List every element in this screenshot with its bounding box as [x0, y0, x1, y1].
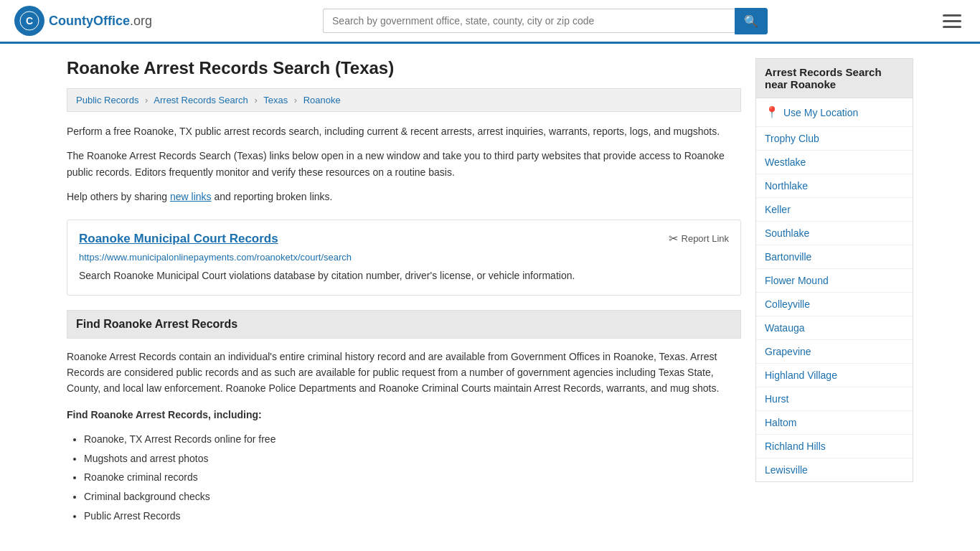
breadcrumb-arrest-records[interactable]: Arrest Records Search	[154, 95, 248, 105]
record-url[interactable]: https://www.municipalonlinepayments.com/…	[79, 252, 729, 263]
report-link-label: Report Link	[682, 233, 729, 244]
sidebar-title: Arrest Records Search near Roanoke	[765, 66, 904, 90]
desc-para-3: Help others by sharing new links and rep…	[67, 189, 741, 204]
search-input[interactable]	[323, 9, 735, 33]
desc-para-1: Perform a free Roanoke, TX public arrest…	[67, 123, 741, 139]
breadcrumb-sep-1: ›	[145, 95, 148, 105]
sidebar-item-westlake: Westlake	[756, 151, 913, 174]
record-title-link[interactable]: Roanoke Municipal Court Records	[79, 232, 278, 246]
logo-area: C CountyOffice.org	[14, 6, 152, 36]
list-item: Roanoke criminal records	[84, 468, 741, 487]
breadcrumb-sep-2: ›	[254, 95, 257, 105]
location-pin-icon: 📍	[765, 105, 779, 119]
breadcrumb-texas[interactable]: Texas	[263, 95, 288, 105]
hamburger-menu-button[interactable]	[938, 10, 966, 32]
sidebar-item-keller: Keller	[756, 198, 913, 222]
find-section-body: Roanoke Arrest Records contain an indivi…	[67, 349, 741, 397]
breadcrumb-public-records[interactable]: Public Records	[76, 95, 138, 105]
search-button[interactable]: 🔍	[735, 8, 768, 34]
find-section-header: Find Roanoke Arrest Records	[67, 310, 741, 339]
sidebar-item-richland-hills: Richland Hills	[756, 435, 913, 458]
breadcrumb: Public Records › Arrest Records Search ›…	[67, 88, 741, 112]
list-item: Public Arrest Records	[84, 507, 741, 526]
svg-text:C: C	[26, 15, 33, 27]
record-description: Search Roanoke Municipal Court violation…	[79, 268, 729, 283]
sidebar-list: 📍 Use My Location Trophy Club Westlake N…	[755, 98, 913, 482]
sidebar-item-watauga: Watauga	[756, 316, 913, 340]
desc-para-2: The Roanoke Arrest Records Search (Texas…	[67, 148, 741, 180]
page-title: Roanoke Arrest Records Search (Texas)	[67, 58, 741, 78]
sidebar-item-northlake: Northlake	[756, 174, 913, 198]
use-my-location-link[interactable]: Use My Location	[783, 107, 858, 118]
sidebar-item-haltom: Haltom	[756, 411, 913, 435]
sidebar-use-location: 📍 Use My Location	[756, 98, 913, 127]
list-item: Roanoke, TX Arrest Records online for fr…	[84, 430, 741, 449]
breadcrumb-roanoke[interactable]: Roanoke	[303, 95, 341, 105]
breadcrumb-sep-3: ›	[294, 95, 297, 105]
search-area: 🔍	[323, 8, 768, 34]
find-records-list: Roanoke, TX Arrest Records online for fr…	[84, 430, 741, 525]
list-item: Criminal background checks	[84, 487, 741, 507]
sidebar: Arrest Records Search near Roanoke 📍 Use…	[755, 58, 913, 525]
sidebar-item-flower-mound: Flower Mound	[756, 269, 913, 293]
sidebar-item-lewisville: Lewisville	[756, 458, 913, 481]
report-link-button[interactable]: ✂ Report Link	[669, 232, 729, 245]
logo-icon: C	[14, 6, 44, 36]
sidebar-item-southlake: Southlake	[756, 222, 913, 245]
sidebar-item-trophy-club: Trophy Club	[756, 127, 913, 151]
find-list-header: Find Roanoke Arrest Records, including:	[67, 407, 741, 423]
sidebar-item-grapevine: Grapevine	[756, 340, 913, 364]
list-item: Mugshots and arrest photos	[84, 449, 741, 468]
search-icon: 🔍	[744, 15, 758, 27]
new-links-link[interactable]: new links	[170, 191, 212, 202]
sidebar-item-hurst: Hurst	[756, 387, 913, 411]
sidebar-item-bartonville: Bartonville	[756, 245, 913, 269]
report-icon: ✂	[669, 232, 678, 245]
logo-text: CountyOffice.org	[49, 14, 152, 29]
description-section: Perform a free Roanoke, TX public arrest…	[67, 123, 741, 205]
record-card: Roanoke Municipal Court Records ✂ Report…	[67, 220, 741, 296]
sidebar-item-colleyville: Colleyville	[756, 293, 913, 316]
sidebar-header: Arrest Records Search near Roanoke	[755, 58, 913, 98]
sidebar-item-highland-village: Highland Village	[756, 364, 913, 387]
